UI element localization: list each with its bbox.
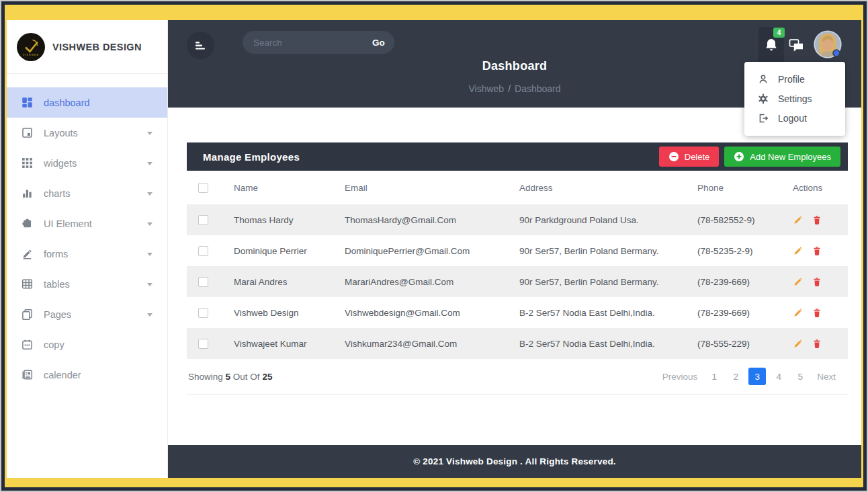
pagination-next[interactable]: Next <box>813 372 840 382</box>
menu-item-profile[interactable]: Profile <box>744 69 845 89</box>
avatar-image <box>814 30 842 58</box>
sidebar-item-label: Pages <box>44 309 71 320</box>
sidebar-item-charts[interactable]: charts <box>7 178 167 208</box>
menu-icon <box>195 40 207 51</box>
sidebar-item-pages[interactable]: Pages <box>7 299 167 329</box>
table-row: Marai AndresMarariAndres@Gmail.Com90r Se… <box>187 266 848 297</box>
sidebar-item-ui-element[interactable]: UI Element <box>7 208 167 239</box>
column-header-phone: Phone <box>697 183 793 193</box>
search-input[interactable] <box>253 38 372 48</box>
menu-item-label: Settings <box>778 93 812 104</box>
sidebar: VISHWEB VISHWEB DESIGN dashboard Layouts… <box>7 20 168 478</box>
cell-actions <box>793 308 848 318</box>
cell-email: Vishwebdesign@Gmail.Com <box>345 308 519 318</box>
pencil-icon <box>21 248 33 259</box>
pagination-page-1[interactable]: 1 <box>705 368 723 385</box>
search-go-button[interactable]: Go <box>372 38 385 48</box>
menu-item-settings[interactable]: Settings <box>744 89 845 108</box>
row-checkbox[interactable] <box>198 339 208 349</box>
cell-phone: (78-582552-9) <box>697 215 793 225</box>
pagination-page-3-active[interactable]: 3 <box>748 368 766 385</box>
table-body: Thomas HardyThomasHardy@Gmail.Com90r Par… <box>187 204 848 359</box>
trash-icon[interactable] <box>812 308 822 318</box>
chevron-down-icon <box>147 313 153 317</box>
chevron-down-icon <box>147 132 153 135</box>
edit-icon[interactable] <box>793 308 803 318</box>
cell-email: MarariAndres@Gmail.Com <box>345 277 519 287</box>
column-header-actions: Actions <box>793 183 848 193</box>
dashboard-icon <box>21 97 33 108</box>
puzzle-icon <box>21 218 33 229</box>
search-bar: Go <box>243 31 394 54</box>
sidebar-item-dashboard[interactable]: dashboard <box>7 87 167 118</box>
pagination-page-4[interactable]: 4 <box>770 368 787 385</box>
cell-actions <box>793 277 848 287</box>
charts-icon <box>21 188 33 199</box>
cell-phone: (78-5235-2-9) <box>697 246 793 256</box>
trash-icon[interactable] <box>812 246 822 256</box>
pagination-previous[interactable]: Previous <box>658 372 702 382</box>
cell-name: Marai Andres <box>234 277 345 287</box>
column-header-name: Name <box>234 183 345 193</box>
cell-phone: (78-555-229) <box>697 339 793 349</box>
chevron-down-icon <box>147 253 153 256</box>
breadcrumb-current: Dashboard <box>515 83 561 94</box>
sidebar-item-copy[interactable]: copy <box>7 329 167 360</box>
select-all-checkbox[interactable] <box>198 183 208 193</box>
add-new-employees-button[interactable]: Add New Employees <box>724 147 840 167</box>
menu-item-label: Logout <box>778 113 807 124</box>
trash-icon[interactable] <box>812 277 822 287</box>
brand-name: VISHWEB DESIGN <box>52 42 142 52</box>
pagination-page-5[interactable]: 5 <box>791 368 809 385</box>
card-title: Manage Employees <box>203 151 300 163</box>
cell-actions <box>793 339 848 349</box>
gear-icon <box>758 93 769 104</box>
sidebar-item-widgets[interactable]: widgets <box>7 148 167 178</box>
row-checkbox[interactable] <box>198 277 208 287</box>
sidebar-item-label: tables <box>44 279 70 290</box>
notifications-button[interactable]: 4 <box>758 27 784 64</box>
logout-icon <box>758 113 769 124</box>
user-icon <box>758 74 769 85</box>
edit-icon[interactable] <box>793 339 803 349</box>
chat-icon[interactable] <box>788 38 805 54</box>
table-footer: Showing 5 Out Of 25 Previous 1 2 3 4 5 N… <box>187 359 848 395</box>
menu-item-label: Profile <box>778 74 805 85</box>
sidebar-item-forms[interactable]: forms <box>7 239 167 269</box>
cell-actions <box>793 215 848 225</box>
cell-name: Thomas Hardy <box>234 215 345 225</box>
widgets-icon <box>21 157 33 169</box>
notification-badge: 4 <box>773 28 785 38</box>
cell-address: B-2 Ser57 Nodia East Delhi,India. <box>519 339 697 349</box>
sidebar-item-calender[interactable]: calender <box>7 360 167 390</box>
pagination-page-2[interactable]: 2 <box>727 368 744 385</box>
breadcrumb-home[interactable]: Vishweb <box>468 83 504 94</box>
trash-icon[interactable] <box>812 339 822 349</box>
row-checkbox[interactable] <box>198 246 208 256</box>
menu-item-logout[interactable]: Logout <box>744 108 845 128</box>
sidebar-item-tables[interactable]: tables <box>7 269 167 299</box>
minus-circle-icon <box>668 151 679 162</box>
edit-icon[interactable] <box>793 215 803 225</box>
table-row: Vishweb DesignVishwebdesign@Gmail.ComB-2… <box>187 297 848 328</box>
showing-summary: Showing 5 Out Of 25 <box>188 372 272 382</box>
cell-email: Vishkumar234@Gmail.Com <box>345 339 519 349</box>
user-avatar[interactable] <box>814 30 842 58</box>
cell-address: 90r Ser57, Berlin Poland Bermany. <box>519 246 697 256</box>
manage-employees-card: Manage Employees Delete Add New Employee… <box>187 142 848 395</box>
cell-name: Vishwajeet Kumar <box>234 339 345 349</box>
edit-icon[interactable] <box>793 277 803 287</box>
brand-header: VISHWEB VISHWEB DESIGN <box>7 20 167 74</box>
sidebar-item-label: dashboard <box>44 97 90 108</box>
delete-button-label: Delete <box>685 152 710 162</box>
edit-icon[interactable] <box>793 246 803 256</box>
sidebar-toggle-button[interactable] <box>187 32 214 59</box>
svg-text:VISHWEB: VISHWEB <box>23 53 39 56</box>
delete-button[interactable]: Delete <box>659 147 720 167</box>
row-checkbox[interactable] <box>198 215 208 225</box>
trash-icon[interactable] <box>812 215 822 225</box>
book-icon <box>21 369 33 380</box>
cell-actions <box>793 246 848 256</box>
row-checkbox[interactable] <box>198 308 208 318</box>
sidebar-item-layouts[interactable]: Layouts <box>7 118 167 148</box>
